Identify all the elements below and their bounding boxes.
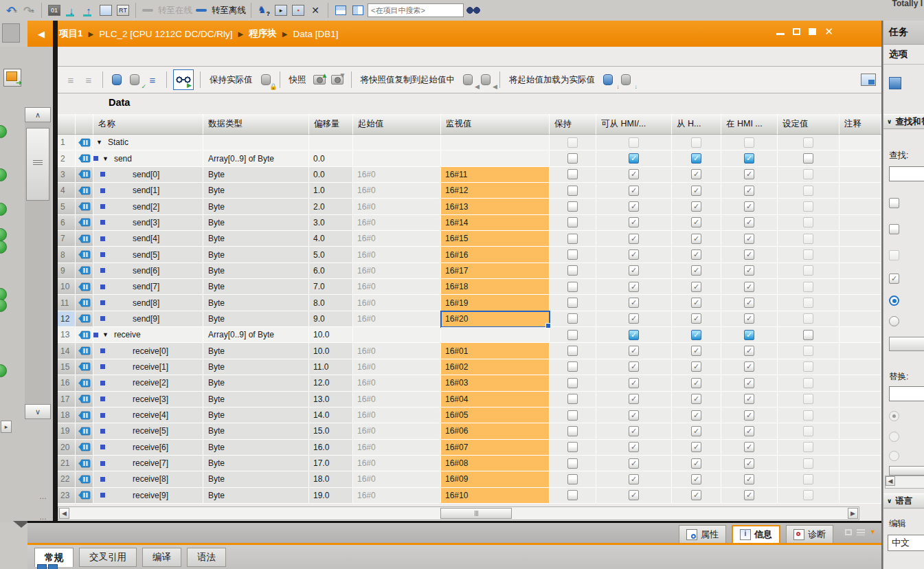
go-offline-button[interactable]: 转至离线	[212, 5, 246, 16]
variable-name[interactable]: send[1]	[133, 186, 159, 195]
variable-name[interactable]: receive[2]	[133, 378, 168, 388]
offset-cell[interactable]: 14.0	[309, 408, 353, 423]
start-value-cell[interactable]: 16#0	[353, 231, 441, 247]
data-type-cell[interactable]: Byte	[203, 471, 309, 487]
name-cell[interactable]: ▼Static	[93, 135, 203, 150]
header-cell-blank[interactable]	[76, 114, 93, 135]
checkbox[interactable]	[803, 474, 813, 484]
binoculars-search-icon[interactable]	[466, 3, 481, 18]
retain-checkbox-cell[interactable]	[550, 150, 596, 166]
start-value-cell[interactable]: 16#0	[353, 456, 441, 471]
table-row[interactable]: 14receive[0]Byte10.016#016#01✓✓✓	[58, 343, 881, 359]
vertical-scrollbar-thumb[interactable]	[26, 128, 49, 201]
hmi-visible-checkbox-cell[interactable]: ✓	[721, 343, 778, 359]
table-row[interactable]: 21receive[7]Byte17.016#016#08✓✓✓	[58, 456, 881, 471]
hmi-writable-checkbox-cell[interactable]: ✓	[672, 423, 721, 439]
start-value-cell[interactable]: 16#0	[353, 263, 441, 279]
hmi-writable-checkbox-cell[interactable]: ✓	[672, 263, 721, 279]
start-runtime-icon[interactable]: ▸	[273, 3, 289, 18]
save-compile-icon[interactable]: 01	[47, 3, 62, 18]
checkbox[interactable]	[803, 346, 813, 356]
checkbox[interactable]	[803, 153, 813, 164]
hmi-accessible-checkbox-cell[interactable]: ✓	[596, 215, 672, 231]
variable-name[interactable]: receive[4]	[133, 410, 168, 420]
checkbox[interactable]	[803, 298, 813, 308]
checkbox[interactable]: ✓	[629, 282, 639, 292]
comment-cell[interactable]	[840, 247, 881, 263]
data-type-cell[interactable]: Byte	[203, 440, 309, 456]
checkbox[interactable]: ✓	[691, 313, 701, 324]
retain-checkbox-cell[interactable]	[550, 263, 596, 279]
hmi-accessible-checkbox-cell[interactable]	[596, 135, 672, 150]
data-type-cell[interactable]: Byte	[203, 456, 309, 471]
monitor-value-cell[interactable]: 16#11	[441, 167, 550, 183]
add-row-icon[interactable]: ≡	[81, 72, 96, 87]
retain-checkbox-cell[interactable]	[550, 295, 596, 311]
monitor-value-cell[interactable]: 16#18	[441, 279, 550, 295]
name-cell[interactable]: send[6]	[93, 263, 203, 279]
checkbox[interactable]: ✓	[691, 153, 701, 164]
languages-section[interactable]: ∨ 语言	[883, 493, 924, 509]
checkbox[interactable]: ✓	[744, 394, 754, 404]
retain-checkbox-cell[interactable]	[550, 488, 596, 504]
checkbox[interactable]: ✓	[629, 490, 639, 500]
hmi-accessible-checkbox-cell[interactable]: ✓	[596, 247, 672, 263]
hmi-visible-checkbox-cell[interactable]: ✓	[721, 327, 778, 343]
db-tag-icon[interactable]	[76, 247, 93, 263]
comment-cell[interactable]	[840, 488, 881, 504]
name-cell[interactable]: ▼send	[93, 150, 203, 166]
start-value-cell[interactable]	[353, 135, 441, 150]
retain-checkbox-cell[interactable]	[550, 343, 596, 359]
language-select[interactable]: 中文	[888, 535, 924, 551]
header-cell[interactable]: 保持	[550, 114, 596, 135]
name-cell[interactable]: send[1]	[93, 183, 203, 199]
db-tag-icon[interactable]	[76, 183, 93, 199]
find-option-checkbox[interactable]	[889, 250, 899, 260]
split-vertical-icon[interactable]	[350, 3, 365, 18]
subtab-cross-references[interactable]: 交叉引用	[79, 548, 137, 567]
setpoint-checkbox-cell[interactable]	[778, 150, 840, 166]
upload-from-device-icon[interactable]: ↑	[81, 3, 96, 18]
monitor-value-cell[interactable]: 16#06	[441, 423, 550, 439]
table-row[interactable]: 17receive[3]Byte13.016#016#04✓✓✓	[58, 392, 881, 408]
variable-name[interactable]: receive	[114, 330, 141, 339]
checkbox[interactable]: ✓	[629, 378, 639, 388]
row-number[interactable]: 21	[58, 456, 76, 471]
data-type-cell[interactable]: Byte	[203, 295, 309, 311]
offset-cell[interactable]: 12.0	[309, 375, 353, 391]
data-type-cell[interactable]: Byte	[203, 392, 309, 408]
go-online-plug-icon[interactable]	[141, 3, 156, 18]
offset-cell[interactable]: 10.0	[309, 343, 353, 359]
offset-cell[interactable]: 3.0	[309, 215, 353, 231]
breadcrumb-segment[interactable]: PLC_2 [CPU 1212C DC/DC/Rly]	[99, 29, 232, 39]
name-cell[interactable]: send[3]	[93, 215, 203, 231]
checkbox[interactable]	[567, 346, 578, 356]
checkbox[interactable]: ✓	[629, 217, 639, 227]
hmi-accessible-checkbox-cell[interactable]: ✓	[596, 311, 672, 327]
checkbox[interactable]: ✓	[629, 426, 639, 436]
checkbox[interactable]: ✓	[629, 298, 639, 308]
hmi-writable-checkbox-cell[interactable]: ✓	[672, 279, 721, 295]
offset-cell[interactable]: 8.0	[309, 295, 353, 311]
offset-cell[interactable]: 17.0	[309, 456, 353, 471]
row-number[interactable]: 23	[58, 488, 76, 504]
hmi-accessible-checkbox-cell[interactable]: ✓	[596, 279, 672, 295]
copy-snapshot-to-start-button[interactable]: 将快照值复制到起始值中	[361, 74, 455, 86]
hmi-visible-checkbox-cell[interactable]: ✓	[721, 150, 778, 166]
download-to-device-icon[interactable]: ↓	[64, 3, 79, 18]
table-row[interactable]: 8send[5]Byte5.016#016#16✓✓✓	[58, 247, 881, 263]
table-row[interactable]: 9send[6]Byte6.016#016#17✓✓✓	[58, 263, 881, 279]
monitor-value-cell[interactable]: 16#10	[441, 488, 550, 504]
find-replace-section[interactable]: ∨ 查找和替换	[883, 114, 924, 129]
hmi-visible-checkbox-cell[interactable]: ✓	[721, 215, 778, 231]
setpoint-checkbox-cell[interactable]	[778, 423, 840, 439]
hmi-accessible-checkbox-cell[interactable]: ✓	[596, 392, 672, 408]
checkbox[interactable]: ✓	[629, 346, 639, 356]
setpoint-checkbox-cell[interactable]	[778, 488, 840, 504]
hmi-visible-checkbox-cell[interactable]: ✓	[721, 167, 778, 183]
expand-pane-icon[interactable]	[861, 74, 876, 86]
checkbox[interactable]: ✓	[744, 442, 754, 452]
checkbox[interactable]: ✓	[629, 394, 639, 404]
offset-cell[interactable]: 7.0	[309, 279, 353, 295]
db-tag-icon[interactable]	[76, 295, 93, 311]
